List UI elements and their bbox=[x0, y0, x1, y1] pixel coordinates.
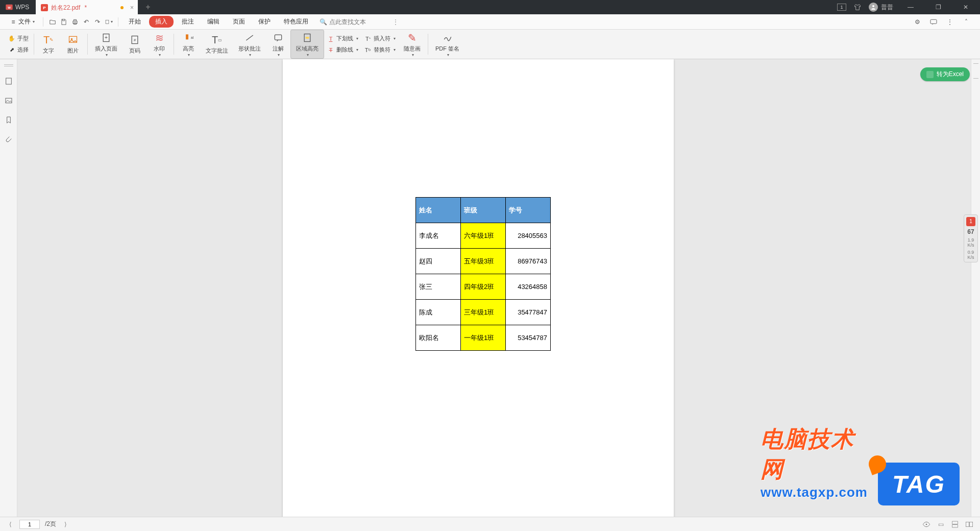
area-highlight-button[interactable]: 区域高亮▾ bbox=[290, 30, 324, 59]
page-number-icon: # bbox=[130, 34, 140, 46]
search-more-icon[interactable]: ⋮ bbox=[393, 18, 399, 26]
watermark-icon: ≋ bbox=[155, 32, 164, 44]
sidebar-grip-icon[interactable] bbox=[4, 64, 13, 66]
network-meter-widget[interactable]: 1 67 1.9K/s 0.9K/s bbox=[964, 214, 978, 262]
document-canvas[interactable]: 姓名 班级 学号 李成名六年级1班28405563 赵四五年级3班8697674… bbox=[17, 59, 971, 517]
text-annot-icon: T▭ bbox=[212, 34, 222, 46]
pdf-sign-button[interactable]: PDF 签名▾ bbox=[430, 30, 464, 59]
svg-rect-7 bbox=[930, 19, 937, 23]
attachment-panel-icon[interactable] bbox=[4, 135, 13, 144]
highlight-icon: abc bbox=[183, 32, 193, 44]
tab-protect[interactable]: 保护 bbox=[253, 15, 276, 28]
insert-page-button[interactable]: +插入页面▾ bbox=[90, 30, 122, 59]
next-page-button[interactable]: ⟩ bbox=[61, 520, 69, 528]
unsaved-dot-icon bbox=[120, 6, 124, 9]
redo-icon[interactable]: ↷ bbox=[93, 18, 102, 26]
hand-icon: ✋ bbox=[8, 35, 15, 42]
prev-page-button[interactable]: ⟨ bbox=[6, 520, 14, 528]
view-continuous-icon[interactable] bbox=[950, 520, 960, 529]
menu-bar: ≡文件▾ ↶ ↷ ▾ 开始 插入 批注 编辑 页面 保护 特色应用 🔍 ⋮ ⚙ … bbox=[0, 14, 980, 30]
tray-badge[interactable]: 1 bbox=[837, 4, 846, 11]
more-icon[interactable]: ⋮ bbox=[945, 17, 954, 27]
right-strip[interactable] bbox=[971, 59, 980, 517]
view-single-icon[interactable]: ▭ bbox=[936, 520, 945, 529]
strikeout-icon: T bbox=[327, 46, 334, 54]
area-highlight-icon bbox=[302, 32, 312, 44]
tab-annotate[interactable]: 批注 bbox=[177, 15, 199, 28]
replace-char-button[interactable]: T↻替换符▾ bbox=[364, 45, 396, 55]
tab-special[interactable]: 特色应用 bbox=[279, 15, 313, 28]
select-mode-button[interactable]: ⬈选择 bbox=[8, 45, 29, 55]
avatar-icon bbox=[869, 3, 878, 12]
tab-page[interactable]: 页面 bbox=[228, 15, 250, 28]
search-input[interactable] bbox=[329, 18, 390, 26]
mode-group: ✋手型 ⬈选择 bbox=[5, 30, 32, 59]
watermark-button[interactable]: ≋水印▾ bbox=[147, 30, 172, 59]
signature-icon bbox=[442, 32, 453, 44]
thumbnails-icon[interactable] bbox=[4, 77, 13, 86]
eye-mode-icon[interactable] bbox=[922, 520, 931, 529]
page-number-input[interactable] bbox=[19, 520, 40, 529]
status-bar: ⟨ /2页 ⟩ ▭ bbox=[0, 517, 980, 531]
note-button[interactable]: 注解▾ bbox=[266, 30, 290, 59]
tab-insert[interactable]: 插入 bbox=[149, 16, 174, 28]
print-icon[interactable] bbox=[71, 18, 79, 26]
new-tab-button[interactable]: + bbox=[138, 0, 158, 14]
skin-icon[interactable] bbox=[853, 3, 862, 11]
strikeout-button[interactable]: T删除线▾ bbox=[327, 45, 358, 55]
insert-image-button[interactable]: 图片 bbox=[61, 30, 85, 59]
undo-icon[interactable]: ↶ bbox=[82, 18, 90, 26]
underline-button[interactable]: T下划线▾ bbox=[327, 34, 358, 44]
hand-mode-button[interactable]: ✋手型 bbox=[8, 34, 29, 44]
freehand-button[interactable]: ✎随意画▾ bbox=[399, 30, 426, 59]
document-tab[interactable]: P 姓名22.pdf * × bbox=[36, 0, 138, 14]
export-icon[interactable]: ▾ bbox=[105, 18, 113, 26]
bookmark-panel-icon[interactable] bbox=[4, 115, 13, 125]
svg-line-16 bbox=[246, 35, 253, 40]
page-total-label: /2页 bbox=[45, 520, 56, 528]
tab-modified-marker: * bbox=[84, 4, 87, 11]
user-account[interactable]: 普普 bbox=[869, 3, 893, 12]
highlight-button[interactable]: abc高亮▾ bbox=[176, 30, 201, 59]
window-close-button[interactable]: ✕ bbox=[955, 4, 976, 11]
excel-icon bbox=[926, 71, 934, 78]
data-table: 姓名 班级 学号 李成名六年级1班28405563 赵四五年级3班8697674… bbox=[415, 197, 551, 351]
save-icon[interactable] bbox=[60, 18, 68, 26]
tab-edit[interactable]: 编辑 bbox=[202, 15, 225, 28]
text-annotation-button[interactable]: T▭文字批注 bbox=[201, 30, 233, 59]
insert-text-button[interactable]: T✎文字 bbox=[36, 30, 61, 59]
hamburger-menu-button[interactable]: ≡文件▾ bbox=[6, 15, 38, 28]
svg-rect-21 bbox=[6, 98, 12, 103]
left-sidebar bbox=[0, 59, 17, 517]
convert-to-excel-button[interactable]: 转为Excel bbox=[920, 67, 970, 81]
svg-text:W: W bbox=[8, 6, 11, 9]
line-markup-group: T下划线▾ T删除线▾ bbox=[324, 30, 361, 59]
search-icon: 🔍 bbox=[320, 18, 327, 26]
col-id-header: 学号 bbox=[506, 198, 551, 223]
page-number-button[interactable]: #页码 bbox=[122, 30, 147, 59]
tab-close-button[interactable]: × bbox=[130, 4, 134, 11]
tab-filename: 姓名22.pdf bbox=[51, 4, 80, 12]
settings-icon[interactable]: ⚙ bbox=[913, 17, 922, 27]
view-two-page-icon[interactable] bbox=[965, 520, 974, 529]
tab-start[interactable]: 开始 bbox=[124, 15, 146, 28]
table-row: 李成名六年级1班28405563 bbox=[416, 223, 551, 249]
feedback-icon[interactable] bbox=[929, 17, 938, 27]
open-icon[interactable] bbox=[48, 18, 57, 26]
shape-annotation-button[interactable]: 形状批注▾ bbox=[233, 30, 266, 59]
window-minimize-button[interactable]: — bbox=[900, 4, 921, 11]
workspace: 姓名 班级 学号 李成名六年级1班28405563 赵四五年级3班8697674… bbox=[0, 59, 980, 517]
window-maximize-button[interactable]: ❐ bbox=[928, 4, 948, 11]
picture-panel-icon[interactable] bbox=[4, 96, 13, 105]
note-icon bbox=[273, 32, 283, 44]
image-icon bbox=[67, 34, 79, 46]
insert-char-button[interactable]: T^插入符▾ bbox=[364, 34, 396, 44]
table-header-row: 姓名 班级 学号 bbox=[416, 198, 551, 223]
collapse-ribbon-icon[interactable]: ˄ bbox=[962, 17, 971, 27]
wps-logo-icon: W bbox=[5, 3, 13, 11]
text-icon: T✎ bbox=[43, 34, 54, 46]
search-box[interactable]: 🔍 ⋮ bbox=[320, 18, 399, 26]
insert-char-icon: T^ bbox=[364, 35, 372, 42]
svg-rect-4 bbox=[74, 19, 77, 21]
svg-point-2 bbox=[872, 5, 874, 7]
